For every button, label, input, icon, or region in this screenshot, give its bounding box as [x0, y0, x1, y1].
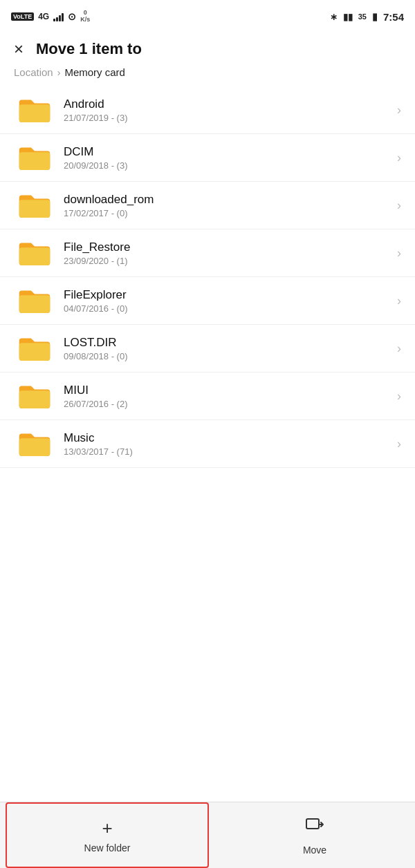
folder-icon	[14, 96, 55, 124]
folder-info: Android 21/07/2019 - (3)	[55, 97, 397, 123]
chevron-right-icon: ›	[397, 198, 401, 213]
folder-meta: 26/07/2016 - (2)	[64, 399, 397, 409]
folder-meta: 20/09/2018 - (3)	[64, 160, 397, 171]
list-item[interactable]: Android 21/07/2019 - (3) ›	[0, 86, 415, 134]
chevron-right-icon: ›	[397, 294, 401, 308]
bluetooth-icon: ∗	[330, 12, 338, 22]
svg-rect-0	[306, 819, 319, 829]
folder-icon	[14, 382, 55, 410]
list-item[interactable]: downloaded_rom 17/02/2017 - (0) ›	[0, 182, 415, 229]
bottom-bar: + New folder Move	[0, 802, 415, 868]
folder-icon	[14, 334, 55, 362]
chevron-right-icon: ›	[397, 341, 401, 356]
folder-info: downloaded_rom 17/02/2017 - (0)	[55, 193, 397, 218]
folder-info: File_Restore 23/09/2020 - (1)	[55, 240, 397, 266]
folder-name: MIUI	[64, 384, 397, 397]
folder-name: LOST.DIR	[64, 336, 397, 350]
folder-icon	[14, 239, 55, 267]
folder-meta: 21/07/2019 - (3)	[64, 113, 397, 123]
breadcrumb-location[interactable]: Location	[14, 66, 53, 78]
wifi-icon: ⊙	[68, 11, 76, 22]
signal-bars	[53, 12, 64, 21]
chevron-right-icon: ›	[397, 437, 401, 451]
folder-meta: 23/09/2020 - (1)	[64, 256, 397, 266]
chevron-right-icon: ›	[397, 389, 401, 404]
close-button[interactable]: ×	[14, 41, 24, 57]
list-item[interactable]: MIUI 26/07/2016 - (2) ›	[0, 372, 415, 420]
page-title: Move 1 item to	[36, 40, 142, 58]
folder-name: File_Restore	[64, 240, 397, 254]
folder-name: FileExplorer	[64, 288, 397, 302]
chevron-right-icon: ›	[397, 151, 401, 165]
folder-list: Android 21/07/2019 - (3) › DCIM 20/09/20…	[0, 86, 415, 537]
folder-icon	[14, 287, 55, 314]
folder-info: Music 13/03/2017 - (71)	[55, 431, 397, 457]
move-button[interactable]: Move	[214, 802, 415, 868]
new-folder-button[interactable]: + New folder	[6, 802, 209, 868]
folder-info: MIUI 26/07/2016 - (2)	[55, 384, 397, 409]
data-speed: 0 K/s	[80, 10, 90, 23]
breadcrumb-current: Memory card	[64, 66, 125, 78]
network-type: 4G	[38, 12, 49, 21]
folder-meta: 09/08/2018 - (0)	[64, 351, 397, 361]
folder-icon	[14, 144, 55, 171]
chevron-right-icon: ›	[397, 103, 401, 117]
battery-icon: ▮	[372, 11, 378, 22]
new-folder-icon: +	[102, 818, 112, 839]
breadcrumb-chevron-icon: ›	[57, 67, 61, 78]
folder-info: FileExplorer 04/07/2016 - (0)	[55, 288, 397, 314]
list-item[interactable]: File_Restore 23/09/2020 - (1) ›	[0, 229, 415, 277]
folder-meta: 04/07/2016 - (0)	[64, 303, 397, 314]
breadcrumb: Location › Memory card	[0, 64, 415, 86]
folder-icon	[14, 191, 55, 219]
battery-percent: 35	[358, 12, 367, 21]
folder-info: DCIM 20/09/2018 - (3)	[55, 145, 397, 171]
list-item[interactable]: FileExplorer 04/07/2016 - (0) ›	[0, 277, 415, 325]
move-icon	[304, 815, 325, 841]
list-item[interactable]: Music 13/03/2017 - (71) ›	[0, 420, 415, 468]
status-bar-right: ∗ ▮▮ 35 ▮ 7:54	[330, 11, 404, 23]
folder-name: Android	[64, 97, 397, 111]
move-label: Move	[303, 845, 326, 856]
folder-meta: 13/03/2017 - (71)	[64, 446, 397, 457]
new-folder-label: New folder	[84, 842, 131, 853]
folder-meta: 17/02/2017 - (0)	[64, 208, 397, 218]
header: × Move 1 item to	[0, 33, 415, 64]
status-bar-left: VoLTE 4G ⊙ 0 K/s	[11, 10, 90, 23]
time-display: 7:54	[383, 11, 404, 23]
folder-name: DCIM	[64, 145, 397, 159]
chevron-right-icon: ›	[397, 246, 401, 261]
folder-name: downloaded_rom	[64, 193, 397, 207]
volte-badge: VoLTE	[11, 12, 34, 21]
list-item[interactable]: LOST.DIR 09/08/2018 - (0) ›	[0, 325, 415, 372]
status-bar: VoLTE 4G ⊙ 0 K/s ∗ ▮▮ 35 ▮ 7:54	[0, 0, 415, 33]
vibrate-icon: ▮▮	[343, 12, 353, 22]
folder-info: LOST.DIR 09/08/2018 - (0)	[55, 336, 397, 361]
folder-icon	[14, 430, 55, 457]
list-item[interactable]: DCIM 20/09/2018 - (3) ›	[0, 134, 415, 182]
folder-name: Music	[64, 431, 397, 445]
